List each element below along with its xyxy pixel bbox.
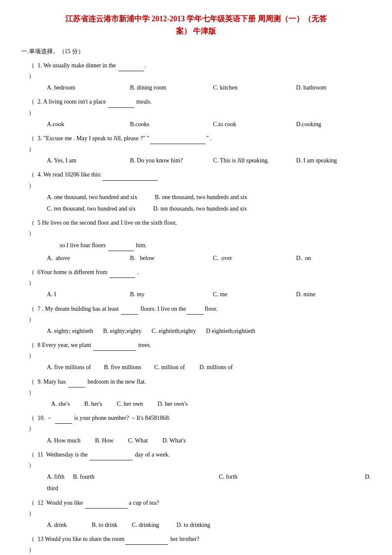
q1-optD: D. bathroom (296, 82, 362, 93)
q10-paren: （ ） (26, 413, 37, 434)
question-4: （ ） 4. We read 10206 like this: A. one t… (21, 169, 371, 214)
q4-blank (102, 169, 158, 180)
q12-optA: A. drink (47, 520, 67, 530)
q8-optA: A. five millions of (47, 362, 91, 373)
q8-options: A. five millions of B. five millions C. … (26, 362, 371, 373)
q6-optA: A. I (47, 289, 113, 300)
q5-optB: B. below (130, 253, 196, 263)
q11-blank (90, 449, 133, 460)
q2-optB: B.cooks (130, 119, 196, 130)
q7-options: A. eighty; eightieth B. eighty;eighty C.… (26, 326, 371, 336)
question-6: （ ） 6Your home is different from . A. I … (21, 267, 371, 300)
q11-options-row1: A. fifth B. fourth C. forth D. (26, 471, 371, 482)
q2-blank (108, 96, 134, 107)
q6-optD: D. mine (296, 289, 362, 300)
q9-blank (68, 376, 85, 387)
q5-options: A. above B. below C. over D. on (26, 253, 371, 263)
q6-optB: B. my (130, 289, 196, 300)
q9-options: A. she's B. her's C. her own D. her own'… (26, 399, 371, 409)
q1-paren: （ ） (26, 60, 37, 81)
q3-blank (150, 133, 205, 144)
q9-optA: A. she's (51, 399, 70, 409)
q8-optD: D. millions of (199, 362, 233, 373)
q11-paren: （ ） (26, 449, 37, 471)
q11-text: 11 Wednesday is the day of a week. (37, 449, 371, 460)
q10-optD: D. What's (162, 435, 186, 446)
question-7: （ ） 7 . My dream building has at least f… (21, 304, 371, 337)
q4-optA: A. one thousand, two hundred and six (47, 192, 137, 202)
q4-text: 4. We read 10206 like this: (37, 169, 371, 180)
q5-optD: D. on (296, 253, 362, 263)
q10-blank (55, 413, 72, 424)
q6-paren: （ ） (26, 267, 37, 288)
q11-optD: D. (365, 471, 371, 482)
q1-optB: B. dining room (130, 82, 196, 93)
q8-paren: （ ） (26, 340, 37, 361)
title: 江苏省连云港市新浦中学 2012-2013 学年七年级英语下册 周周测（一）（无… (21, 13, 371, 38)
q12-optB: B. to drink (92, 520, 117, 530)
q4-optC: C. ten thousand, two hundred and six (47, 203, 135, 214)
q3-options: A. Yes, I am B. Do you know him? C. This… (26, 155, 371, 166)
q10-optC: C. What (128, 435, 148, 446)
q10-options: A. How much B. How C. What D. What's (26, 435, 371, 446)
question-9: （ ） 9. Mary has bedroom in the new flat.… (21, 376, 371, 410)
q3-optA: A. Yes, I am (47, 155, 113, 166)
q12-paren: （ ） (26, 497, 37, 519)
question-13: （ ） 13 Would you like to share the room … (21, 534, 371, 555)
q4-paren: （ ） (26, 169, 37, 191)
question-3: （ ） 3. "Excuse me . May I speak to Jill,… (21, 133, 371, 166)
question-1: （ ） 1. We usually make dinner in the . A… (21, 60, 371, 93)
question-12: （ ） 12 Would you like a cup of tea? A. d… (21, 497, 371, 531)
q12-optC: C. drinking (132, 520, 159, 530)
q6-text: 6Your home is different from . (37, 267, 371, 278)
q10-optB: B. How (95, 435, 114, 446)
q5-optC: C. over (213, 253, 279, 263)
question-2: （ ） 2. A living room isn't a place meals… (21, 96, 371, 130)
q1-optA: A. bedroom (47, 82, 113, 93)
q10-text: 10. － is your phone number? －It's 845818… (37, 413, 371, 424)
q4-optB: B. one thousand, two hundreds and six (155, 192, 247, 202)
q2-paren: （ ） (26, 96, 37, 118)
q7-optC: C. eightieth;eighty (152, 326, 196, 336)
q3-optD: D. I am speaking (296, 155, 362, 166)
q6-blank (110, 267, 135, 278)
q4-options-row1: A. one thousand, two hundred and six B. … (26, 192, 371, 202)
q9-text: 9. Mary has bedroom in the new flat. (37, 376, 371, 387)
q1-options: A. bedroom B. dining room C. kitchen D. … (26, 82, 371, 93)
q5-optA: A. above (47, 253, 113, 263)
q7-optB: B. eighty;eighty (103, 326, 141, 336)
q13-text: 13 Would you like to share the room her … (37, 534, 371, 545)
q4-optD: D. ten thousands, two hundreds and six (153, 203, 247, 214)
q3-paren: （ ） (26, 133, 37, 154)
q9-optD: D. her own's (158, 399, 188, 409)
q7-optD: D eightieth;eightieth (206, 326, 255, 336)
q8-text: 8 Every year, we plant trees. (37, 340, 371, 351)
question-5: （ ） 5 He lives on the second floor and I… (21, 217, 371, 263)
q3-text: 3. "Excuse me . May I speak to Jill, ple… (37, 133, 371, 144)
q8-optC: C. million of (154, 362, 185, 373)
q11-options-row2: third (26, 483, 371, 494)
section1-header: 一.单项选择。（15 分） (21, 46, 371, 57)
q10-optA: A. How much (47, 435, 81, 446)
q5-cont: so I live four floors him. (26, 240, 371, 251)
question-11: （ ） 11 Wednesday is the day of a week. A… (21, 449, 371, 494)
q2-optC: C.to cook (213, 119, 279, 130)
q11-optB: B. fourth (73, 471, 210, 482)
q4-options-row2: C. ten thousand, two hundred and six D. … (26, 203, 371, 214)
q1-blank (118, 60, 144, 71)
q13-paren: （ ） (26, 534, 37, 555)
q3-optC: C. This is Jill speaking. (213, 155, 279, 166)
q13-blank (125, 534, 168, 545)
q2-text: 2. A living room isn't a place meals. (37, 96, 371, 107)
q7-paren: （ ） (26, 304, 37, 325)
q7-optA: A. eighty; eightieth (47, 326, 93, 336)
q9-optB: B. her's (84, 399, 102, 409)
q2-optA: A.cook (47, 119, 113, 130)
q7-blank1 (121, 304, 138, 315)
q8-optB: B. five millions (104, 362, 141, 373)
q12-options: A. drink B. to drink C. drinking D. to d… (26, 520, 371, 530)
question-8: （ ） 8 Every year, we plant trees. A. fiv… (21, 340, 371, 373)
q7-text: 7 . My dream building has at least floor… (37, 304, 371, 315)
q6-options: A. I B. my C. me D. mine (26, 289, 371, 300)
q12-text: 12 Would you like a cup of tea? (37, 497, 371, 509)
